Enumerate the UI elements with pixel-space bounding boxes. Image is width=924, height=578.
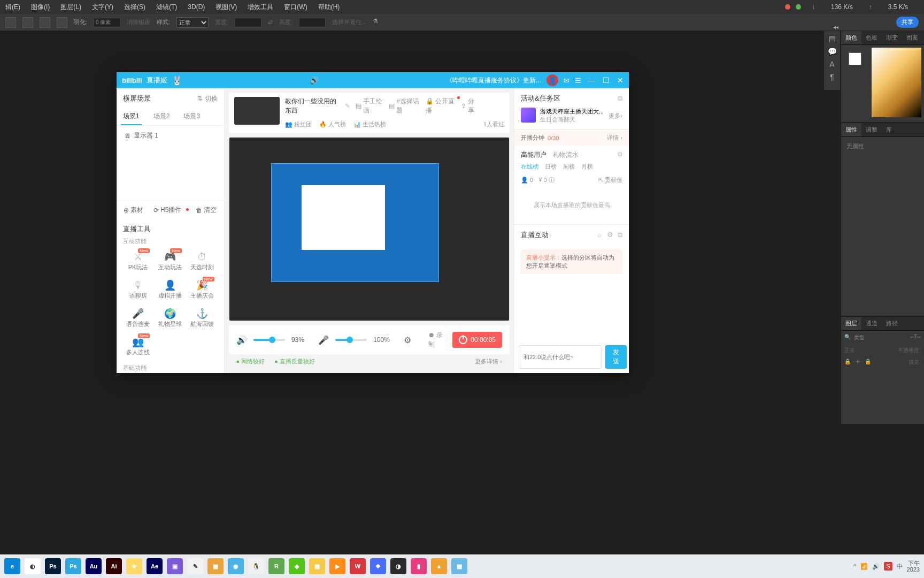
marquee-tool-icon[interactable]: [5, 17, 16, 28]
activity-more-link[interactable]: 更多›: [609, 112, 622, 120]
minutes-detail-link[interactable]: 详情 ›: [607, 134, 622, 142]
tab-properties[interactable]: 属性: [841, 123, 861, 136]
tool-互动玩法[interactable]: New🎮互动玩法: [155, 248, 185, 273]
tab-patterns[interactable]: 图案: [902, 31, 922, 44]
layer-filter[interactable]: 类型: [854, 334, 865, 341]
fans-link[interactable]: 👥 粉丝团: [285, 120, 312, 128]
share-link[interactable]: ⇪ 分享: [461, 97, 478, 115]
mic-icon[interactable]: 🎤: [318, 335, 329, 345]
send-button[interactable]: 发送: [605, 345, 627, 369]
clear-button[interactable]: 🗑 清空: [196, 206, 217, 215]
energy-tab[interactable]: 高能用户: [521, 150, 546, 159]
activity-name[interactable]: 游戏天秤座主播天团大...: [540, 108, 604, 116]
antialias-checkbox[interactable]: 消除锯齿: [127, 18, 150, 26]
visibility-tag[interactable]: 🔒 公开直播: [426, 97, 456, 115]
maximize-icon[interactable]: ☐: [603, 76, 610, 85]
energy-popout-icon[interactable]: ⧉: [618, 150, 622, 159]
select-mask-button[interactable]: 选择并遮住...: [332, 18, 366, 26]
add-selection-icon[interactable]: [22, 17, 33, 28]
tool-礼物星球[interactable]: 🌍礼物星球: [155, 305, 185, 330]
tool-天选时刻[interactable]: ⏱天选时刻: [187, 248, 217, 273]
menu-icon[interactable]: ☰: [575, 77, 581, 85]
menu-select[interactable]: 选择(S): [119, 3, 151, 12]
tool-航海回馈[interactable]: ⚓航海回馈: [187, 305, 217, 330]
rank-daily[interactable]: 日榜: [545, 163, 557, 171]
category-tag[interactable]: ▤ 手工绘画: [356, 97, 384, 115]
scene-tab-1[interactable]: 场景1: [121, 109, 142, 125]
taskbar-app[interactable]: ▶: [329, 558, 345, 574]
tab-swatches[interactable]: 色板: [861, 31, 882, 44]
taskbar-app[interactable]: ◑: [390, 558, 406, 574]
beaker-icon[interactable]: ⚗: [373, 18, 382, 27]
panel-collapse-icon[interactable]: ◂◂: [833, 24, 838, 30]
tray-volume-icon[interactable]: 🔊: [872, 563, 880, 570]
ime-indicator[interactable]: S: [884, 562, 892, 571]
tool-语音连麦[interactable]: 🎤语音连麦: [123, 305, 153, 330]
blend-mode[interactable]: 正常: [844, 347, 855, 354]
h5-plugin-button[interactable]: ⟳ H5插件: [153, 206, 186, 215]
tool-PK玩法[interactable]: New⚔PK玩法: [123, 248, 153, 273]
tab-layers[interactable]: 图层: [841, 317, 861, 330]
topic-tag[interactable]: ▤ #选择话题: [389, 97, 420, 115]
taskbar-app[interactable]: Ps: [65, 558, 81, 574]
stream-cover[interactable]: [234, 97, 280, 125]
width-input[interactable]: [235, 18, 261, 27]
switch-layout-button[interactable]: ⇅切换: [197, 94, 218, 103]
menu-plugins[interactable]: 增效工具: [242, 3, 279, 12]
traffic-red-icon[interactable]: [785, 4, 790, 10]
scene-tab-2[interactable]: 场景2: [151, 109, 172, 125]
lang-indicator[interactable]: 中: [897, 562, 903, 571]
taskbar-app[interactable]: ▦: [207, 558, 224, 574]
close-icon[interactable]: ✕: [617, 76, 623, 85]
taskbar-app[interactable]: ▮: [411, 558, 427, 574]
minimize-icon[interactable]: —: [588, 76, 595, 85]
menu-layer[interactable]: 图层(L): [55, 3, 87, 12]
menu-type[interactable]: 文字(Y): [87, 3, 119, 12]
chat-input[interactable]: [519, 345, 602, 369]
tab-channels[interactable]: 通道: [861, 317, 882, 330]
tab-adjustments[interactable]: 调整: [861, 123, 882, 136]
record-button[interactable]: ⏺ 录制: [428, 331, 446, 349]
chat-settings-icon[interactable]: ⚙: [607, 231, 613, 239]
panel-icon[interactable]: ▤: [829, 34, 836, 43]
stream-preview[interactable]: [229, 137, 510, 321]
color-picker[interactable]: [872, 48, 921, 117]
tool-主播庆会[interactable]: New🎉主播庆会: [187, 277, 217, 302]
subtract-selection-icon[interactable]: [40, 17, 50, 28]
menu-edit[interactable]: 辑(E): [0, 3, 26, 12]
contribution-link[interactable]: ⇱ 贡献值: [598, 176, 622, 184]
tool-多人连线[interactable]: New👥多人连线: [123, 333, 153, 359]
paragraph-icon[interactable]: ¶: [830, 73, 834, 81]
tab-color[interactable]: 颜色: [841, 31, 861, 44]
speaker-slider[interactable]: [253, 339, 285, 341]
taskbar-app[interactable]: Au: [86, 558, 102, 574]
clock-time[interactable]: 下午: [907, 560, 920, 566]
taskbar-app[interactable]: ▣: [167, 558, 183, 574]
activity-thumb[interactable]: [521, 108, 536, 123]
taskbar-app[interactable]: ❖: [370, 558, 386, 574]
taskbar-app[interactable]: Ps: [45, 558, 61, 574]
foreground-swatch[interactable]: [849, 52, 861, 65]
taskbar-app[interactable]: ▦: [309, 558, 325, 574]
gift-flow-tab[interactable]: 礼物流水: [553, 150, 579, 159]
popout-icon[interactable]: ⧉: [618, 94, 622, 103]
mail-icon[interactable]: ✉: [564, 77, 569, 85]
scene-tab-3[interactable]: 场景3: [181, 109, 202, 125]
announcement-text[interactable]: 《哔哩哔哩直播服务协议》更新...: [446, 76, 541, 85]
taskbar-app[interactable]: R: [268, 558, 284, 574]
taskbar-app[interactable]: ◉: [228, 558, 244, 574]
rank-weekly[interactable]: 周榜: [563, 163, 575, 171]
rank-monthly[interactable]: 月榜: [581, 163, 593, 171]
user-avatar[interactable]: 👤: [546, 74, 558, 86]
tab-gradients[interactable]: 渐变: [882, 31, 902, 44]
taskbar-app[interactable]: ▦: [451, 558, 467, 574]
material-button[interactable]: ⊕ 素材: [124, 206, 143, 215]
life-rank-link[interactable]: 📊 生活热榜: [353, 120, 386, 128]
taskbar-app[interactable]: 🐧: [248, 558, 264, 574]
popularity-link[interactable]: 🔥 人气榜: [319, 120, 346, 128]
tray-up-icon[interactable]: ^: [853, 563, 856, 569]
status-more-link[interactable]: 更多详情 ›: [475, 358, 502, 366]
source-monitor[interactable]: 🖥 显示器 1: [124, 131, 217, 140]
taskbar-app[interactable]: ▲: [431, 558, 447, 574]
taskbar-app[interactable]: Ae: [147, 558, 163, 574]
